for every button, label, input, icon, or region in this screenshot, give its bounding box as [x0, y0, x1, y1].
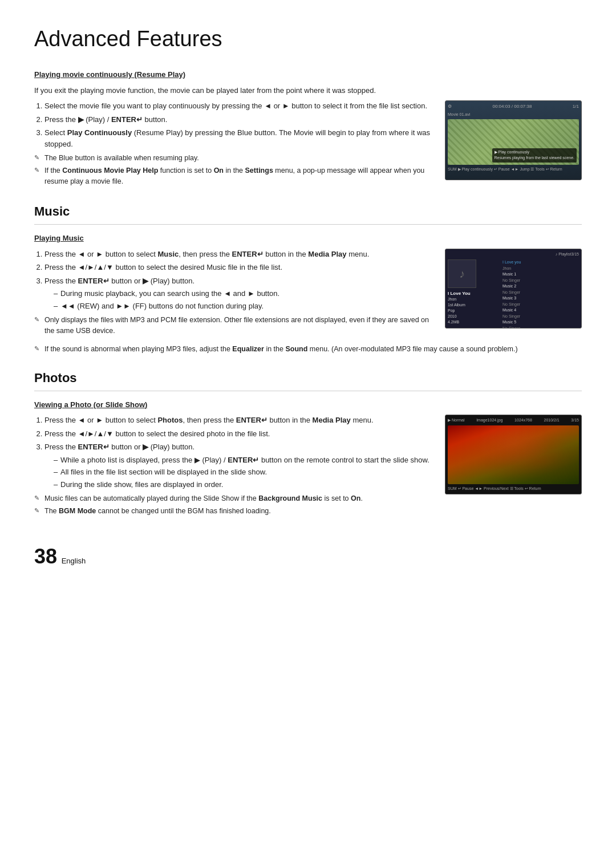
- music-artist: Jhon: [448, 297, 499, 302]
- photos-text-col: Press the ◄ or ► button to select Photos…: [34, 415, 433, 518]
- music-note-1: Only displays the files with MP3 and PCM…: [34, 315, 433, 336]
- music-playlist: I Love you Jhon Music 1 No Singer Music …: [502, 259, 579, 328]
- photo-resolution: 1024x768: [514, 417, 532, 424]
- music-section-body: Press the ◄ or ► button to select Music,…: [34, 249, 582, 338]
- movie-overlay: ▶ Play continuously Resumes playing from…: [492, 148, 577, 163]
- music-step-1: Press the ◄ or ► button to select Music,…: [44, 249, 433, 260]
- music-time: 01:10 / 04:02: [448, 327, 471, 328]
- photo-filename: Image1024.jpg: [476, 417, 502, 424]
- music-extra-notes: If the sound is abnormal when playing MP…: [34, 344, 582, 355]
- music-step-3: Press the ENTER↵ button or ▶ (Play) butt…: [44, 275, 433, 312]
- music-year: 2010: [448, 314, 499, 319]
- music-screen: ♪ Playlist 3/15 ♪ I Love You Jhon 1st Al…: [445, 249, 582, 328]
- photos-sub-2: All files in the file list section will …: [54, 466, 433, 478]
- movie-step-3: Select Play Continuously (Resume Play) b…: [44, 127, 433, 149]
- movie-counter: 1/1: [573, 103, 579, 110]
- photos-step-2: Press the ◄/►/▲/▼ button to select the d…: [44, 428, 433, 440]
- music-album: 1st Album: [448, 302, 499, 308]
- photos-step-3: Press the ENTER↵ button or ▶ (Play) butt…: [44, 441, 433, 490]
- photos-image-col: ▶ Normal Image1024.jpg 1024x768 2010/2/1…: [445, 415, 582, 494]
- music-playlist-item-5: Music 4: [502, 307, 579, 314]
- music-info: I Love You Jhon 1st Album Pop 2010 4.2MB: [448, 290, 499, 324]
- photos-notes: Music files can be automatically played …: [34, 493, 433, 517]
- movie-section-body: Select the movie file you want to play c…: [34, 100, 582, 188]
- music-step-2: Press the ◄/►/▲/▼ button to select the d…: [44, 262, 433, 273]
- music-progress-wrap: 01:10 / 04:02: [448, 327, 499, 328]
- photos-note-2: The BGM Mode cannot be changed until the…: [34, 506, 433, 517]
- music-content: ♪ I Love You Jhon 1st Album Pop 2010 4.2…: [448, 259, 579, 328]
- photo-main-image: [448, 425, 579, 484]
- music-playlist-item-1: I Love you: [502, 259, 579, 266]
- music-genre: Pop: [448, 308, 499, 314]
- movie-time: 00:04:03 / 00:07:38: [492, 103, 532, 110]
- movie-notes: The Blue button is available when resumi…: [34, 153, 433, 186]
- music-subsection-title: Playing Music: [34, 233, 582, 244]
- photo-date: 2010/2/1: [544, 417, 559, 424]
- movie-step-1: Select the movie file you want to play c…: [44, 100, 433, 112]
- music-playlist-sub-6: No Singer: [502, 326, 579, 328]
- photo-mode: ▶ Normal: [448, 417, 465, 424]
- photos-sub-3: During the slide show, files are display…: [54, 479, 433, 490]
- photos-steps: Press the ◄ or ► button to select Photos…: [34, 415, 433, 490]
- movie-top-bar: ⚙ 00:04:03 / 00:07:38 1/1: [448, 103, 579, 110]
- movie-step-2: Press the ▶ (Play) / ENTER↵ button.: [44, 114, 433, 125]
- photo-top-bar: ▶ Normal Image1024.jpg 1024x768 2010/2/1…: [448, 417, 579, 424]
- photo-screen: ▶ Normal Image1024.jpg 1024x768 2010/2/1…: [445, 415, 582, 494]
- music-note-icon: ♪: [459, 265, 465, 282]
- photos-step3-subnotes: While a photo list is displayed, press t…: [44, 455, 433, 490]
- movie-note-1: The Blue button is available when resumi…: [34, 153, 433, 164]
- music-playlist-sub-5: No Singer: [502, 314, 579, 320]
- music-image-col: ♪ Playlist 3/15 ♪ I Love You Jhon 1st Al…: [445, 249, 582, 328]
- movie-main-image: ▶ Play continuously Resumes playing from…: [448, 119, 579, 165]
- music-step3-subnotes: During music playback, you can search us…: [44, 288, 433, 311]
- music-steps: Press the ◄ or ► button to select Music,…: [34, 249, 433, 312]
- music-playlist-item-2: Music 1: [502, 271, 579, 278]
- music-playlist-item-3: Music 2: [502, 283, 579, 290]
- music-playlist-label: ♪ Playlist: [556, 251, 572, 258]
- page-number: 38: [34, 545, 57, 568]
- photos-section-body: Press the ◄ or ► button to select Photos…: [34, 415, 582, 518]
- photos-sub-1: While a photo list is displayed, press t…: [54, 455, 433, 466]
- photos-section-title: Photos: [34, 368, 582, 391]
- music-sub-2: ◄◄ (REW) and ►► (FF) buttons do not func…: [54, 301, 433, 312]
- music-playlist-sub-3: No Singer: [502, 290, 579, 296]
- music-playlist-sub-2: No Singer: [502, 278, 579, 284]
- music-song-title: I Love You: [448, 290, 499, 297]
- movie-intro: If you exit the playing movie function, …: [34, 85, 582, 96]
- music-playlist-sub-4: No Singer: [502, 302, 579, 308]
- music-section-title: Music: [34, 202, 582, 225]
- movie-icon: ⚙: [448, 103, 452, 110]
- music-size: 4.2MB: [448, 319, 499, 325]
- movie-note-2: If the Continuous Movie Play Help functi…: [34, 165, 433, 187]
- music-playlist-item-4: Music 3: [502, 295, 579, 302]
- music-album-art: ♪: [448, 259, 476, 288]
- photos-section: Photos Viewing a Photo (or Slide Show) P…: [34, 368, 582, 518]
- photos-subsection-title: Viewing a Photo (or Slide Show): [34, 399, 582, 411]
- page-title: Advanced Features: [34, 23, 582, 55]
- photo-bottom-bar: SUM ↵ Pause ◄► Previous/Next ☰ Tools ↩ R…: [448, 486, 579, 492]
- movie-section: Playing movie continuously (Resume Play)…: [34, 69, 582, 188]
- page-footer: 38 English: [34, 541, 582, 572]
- music-notes: Only displays the files with MP3 and PCM…: [34, 315, 433, 336]
- movie-subsection-title: Playing movie continuously (Resume Play): [34, 69, 582, 80]
- music-section: Music Playing Music Press the ◄ or ► but…: [34, 202, 582, 354]
- movie-bottom-bar: SUM ▶ Play continuously ↵ Pause ◄► Jump …: [448, 167, 579, 173]
- music-extra-note-1: If the sound is abnormal when playing MP…: [34, 344, 582, 355]
- movie-text-col: Select the movie file you want to play c…: [34, 100, 433, 188]
- photo-overlay: [448, 425, 579, 484]
- movie-filename: Movie 01.avi: [448, 112, 579, 118]
- movie-screen: ⚙ 00:04:03 / 00:07:38 1/1 Movie 01.avi ▶…: [445, 100, 582, 180]
- music-counter: 3/15: [571, 251, 579, 258]
- page-language: English: [62, 557, 86, 565]
- music-playlist-sub-1: Jhon: [502, 266, 579, 272]
- music-left-panel: ♪ I Love You Jhon 1st Album Pop 2010 4.2…: [448, 259, 499, 328]
- movie-steps: Select the movie file you want to play c…: [34, 100, 433, 149]
- photos-note-1: Music files can be automatically played …: [34, 493, 433, 504]
- movie-image-col: ⚙ 00:04:03 / 00:07:38 1/1 Movie 01.avi ▶…: [445, 100, 582, 180]
- photos-step-1: Press the ◄ or ► button to select Photos…: [44, 415, 433, 426]
- music-top-bar: ♪ Playlist 3/15: [448, 251, 579, 258]
- music-sub-1: During music playback, you can search us…: [54, 288, 433, 299]
- photo-counter: 3/15: [571, 417, 579, 424]
- music-text-col: Press the ◄ or ► button to select Music,…: [34, 249, 433, 338]
- music-playlist-item-6: Music 5: [502, 319, 579, 326]
